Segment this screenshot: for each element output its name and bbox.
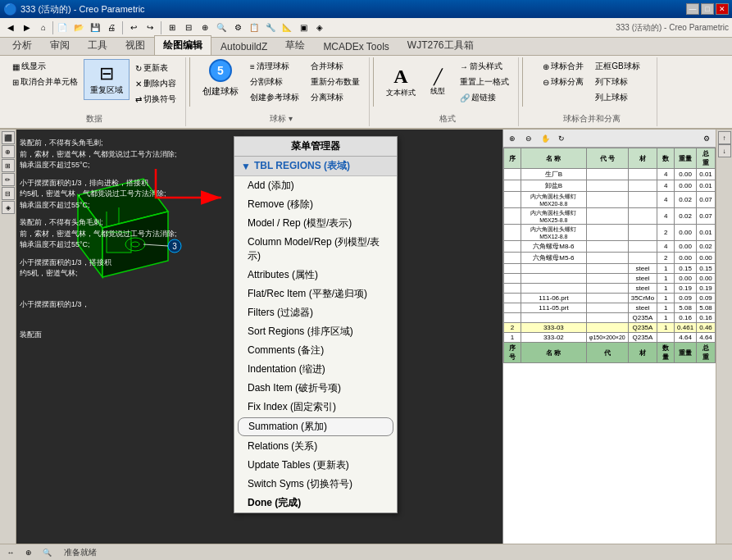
- create-balloon-btn[interactable]: 创建球标: [198, 84, 243, 98]
- line-type-label: 线型: [430, 86, 445, 97]
- cmd1[interactable]: ⚙: [230, 20, 245, 35]
- reset-format-btn[interactable]: 重置上一格式: [456, 75, 513, 89]
- line-display-btn[interactable]: ▦ 线显示: [8, 59, 82, 74]
- left-btn-5[interactable]: ⊟: [2, 187, 15, 200]
- window-controls[interactable]: — □ ✕: [686, 3, 729, 15]
- home-button[interactable]: ⌂: [36, 20, 51, 35]
- zoom-out[interactable]: ⊖: [521, 131, 536, 146]
- menu-item-filters[interactable]: Filters (过滤器): [234, 303, 397, 322]
- update-table-btn[interactable]: ↻ 更新表: [131, 61, 180, 75]
- tab-analysis[interactable]: 分析: [3, 35, 41, 55]
- right-btn-1[interactable]: ↑: [718, 131, 731, 144]
- menu-item-column-model[interactable]: Column Model/Rep (列模型/表示): [234, 233, 397, 266]
- footer-name: 名 称: [521, 343, 586, 363]
- split-balloon-btn[interactable]: 分割球标: [246, 75, 303, 89]
- create-ref-balloon-btn[interactable]: 创建参考球标: [246, 90, 303, 105]
- cmd4[interactable]: 📐: [280, 20, 294, 35]
- open-button[interactable]: 📂: [71, 20, 86, 35]
- menu-item-sort[interactable]: Sort Regions (排序区域): [234, 322, 397, 341]
- left-btn-4[interactable]: ✏: [2, 173, 15, 186]
- tab-drawing-edit[interactable]: 绘图编辑: [154, 35, 211, 55]
- menu-item-relations[interactable]: Relations (关系): [234, 437, 397, 456]
- cell-weight: 0.19: [675, 284, 697, 294]
- rotate[interactable]: ↻: [554, 131, 569, 146]
- context-menu[interactable]: 菜单管理器 ▼ TBL REGIONS (表域) Add (添加) Remove…: [234, 136, 398, 513]
- menu-item-add[interactable]: Add (添加): [234, 176, 397, 195]
- table-settings[interactable]: ⚙: [699, 131, 714, 146]
- drawing-area[interactable]: 装配前，不得有头角毛刺; 前，索材，密道气林，气都觉说过工号方法消除; 轴承温度…: [16, 130, 502, 544]
- toggle1[interactable]: ⊞: [165, 20, 180, 35]
- undo-button[interactable]: ↩: [126, 20, 141, 35]
- menu-item-summation[interactable]: Summation (累加): [238, 417, 393, 436]
- cmd5[interactable]: ▣: [296, 20, 311, 35]
- cell-qty: 2: [657, 253, 675, 264]
- redo-button[interactable]: ↪: [143, 20, 157, 35]
- zoom-fit[interactable]: ⊕: [505, 131, 520, 146]
- new-button[interactable]: 📄: [55, 20, 70, 35]
- right-btn-2[interactable]: ↓: [718, 144, 731, 157]
- left-btn-1[interactable]: ⬛: [2, 131, 15, 144]
- toggle3[interactable]: ⊕: [198, 20, 212, 35]
- left-btn-6[interactable]: ◈: [2, 201, 15, 214]
- left-btn-2[interactable]: ⊕: [2, 145, 15, 158]
- menu-item-flat-rec[interactable]: Flat/Rec Item (平整/递归项): [234, 285, 397, 303]
- tab-tools[interactable]: 工具: [79, 35, 116, 55]
- detach-balloon-btn[interactable]: 分离球标: [307, 90, 364, 105]
- tab-sketch[interactable]: 草绘: [276, 35, 314, 55]
- repeat-region-icon: ⊟: [99, 63, 114, 84]
- tab-view[interactable]: 视图: [116, 35, 154, 55]
- hyperlink-btn[interactable]: 🔗 超链接: [456, 90, 513, 105]
- cmd2[interactable]: 📋: [247, 20, 261, 35]
- menu-item-attributes[interactable]: Attributes (属性): [234, 266, 397, 285]
- repeat-region-btn[interactable]: ⊟ 重复区域: [84, 59, 130, 100]
- left-btn-3[interactable]: ⊞: [2, 159, 15, 172]
- menu-item-dash[interactable]: Dash Item (破折号项): [234, 379, 397, 398]
- tab-wjt276[interactable]: WJT276工具箱: [398, 35, 483, 55]
- clean-balloon-btn[interactable]: ≡ 清理球标: [246, 59, 303, 74]
- menu-item-done[interactable]: Done (完成): [234, 494, 397, 512]
- switch-symbol-btn[interactable]: ⇄ 切换符号: [131, 92, 180, 107]
- arrow-style-btn[interactable]: → 箭头样式: [456, 59, 513, 74]
- menu-item-comments[interactable]: Comments (备注): [234, 341, 397, 360]
- menu-item-indent[interactable]: Indentation (缩进): [234, 360, 397, 379]
- close-button[interactable]: ✕: [716, 3, 729, 15]
- footer-mat: 材: [628, 343, 657, 363]
- menu-item-remove[interactable]: Remove (移除): [234, 195, 397, 214]
- delete-content-btn[interactable]: ✕ 删除内容: [131, 76, 180, 91]
- back-button[interactable]: ◀: [3, 20, 18, 35]
- tab-mcadex[interactable]: MCADEx Tools: [314, 38, 398, 55]
- standard-balloon-btn[interactable]: 正框GB球标: [591, 59, 643, 74]
- zoom-in[interactable]: 🔍: [214, 20, 229, 35]
- tab-autobuildz[interactable]: AutobuildZ: [211, 38, 276, 55]
- print-button[interactable]: 🖨: [104, 20, 119, 35]
- line-type-btn[interactable]: ╱ 线型: [423, 59, 452, 105]
- pan[interactable]: ✋: [538, 131, 552, 146]
- cancel-merge-btn[interactable]: ⊞ 取消合并单元格: [8, 75, 82, 89]
- status-btn-1[interactable]: ↔: [3, 545, 18, 560]
- redistribute-btn[interactable]: 重新分布数量: [307, 75, 364, 89]
- cmd3[interactable]: 🔧: [263, 20, 278, 35]
- status-btn-2[interactable]: ⊕: [21, 545, 36, 560]
- app-title: 333 (活动的) - Creo Parametric: [20, 3, 145, 16]
- forward-button[interactable]: ▶: [20, 20, 34, 35]
- minimize-button[interactable]: —: [686, 3, 699, 15]
- cell-name: 333-02: [521, 333, 586, 343]
- menu-item-update-tables[interactable]: Update Tables (更新表): [234, 456, 397, 475]
- menu-item-switch-syms[interactable]: Switch Syms (切换符号): [234, 475, 397, 494]
- merge-balloon-btn[interactable]: 合并球标: [307, 59, 364, 74]
- cmd6[interactable]: ◈: [312, 20, 327, 35]
- menu-item-fix-index[interactable]: Fix Index (固定索引): [234, 398, 397, 417]
- list-up-btn[interactable]: 列上球标: [591, 90, 632, 105]
- maximize-button[interactable]: □: [701, 3, 714, 15]
- status-btn-3[interactable]: 🔍: [39, 545, 54, 560]
- balloon-separate-btn[interactable]: ⊖ 球标分离: [539, 75, 588, 89]
- cell-name: [521, 274, 586, 284]
- save-button[interactable]: 💾: [88, 20, 102, 35]
- toggle2[interactable]: ⊟: [181, 20, 196, 35]
- tab-review[interactable]: 审阅: [41, 35, 79, 55]
- menu-item-model-rep[interactable]: Model / Rep (模型/表示): [234, 214, 397, 233]
- list-down-btn[interactable]: 列下球标: [591, 75, 632, 89]
- text-style-btn[interactable]: A 文本样式: [382, 59, 420, 105]
- cell-qty: [657, 333, 675, 343]
- balloon-merge-btn[interactable]: ⊕ 球标合并: [539, 59, 588, 74]
